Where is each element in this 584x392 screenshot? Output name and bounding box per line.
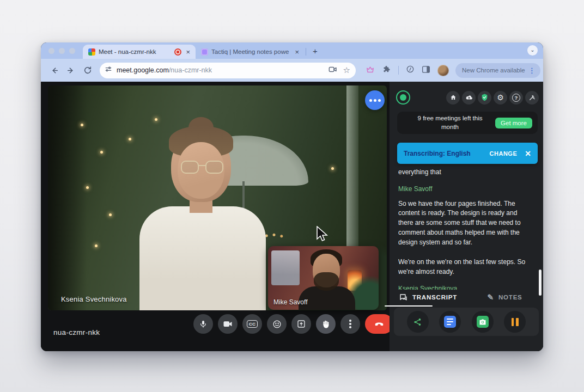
update-pill-label: New Chrome available: [462, 67, 525, 74]
close-tab-icon[interactable]: ×: [294, 48, 300, 56]
zoom-window-button[interactable]: [69, 48, 75, 54]
pause-icon: [512, 318, 519, 326]
screenshot-button[interactable]: [472, 311, 494, 333]
url-text[interactable]: meet.google.com/nua-czmr-nkk: [117, 66, 324, 74]
open-notes-doc-button[interactable]: [439, 311, 461, 333]
transcribing-banner: Transcribing: English CHANGE ✕: [397, 143, 538, 164]
transcript-text: We're on the we're on the last few steps…: [398, 258, 533, 277]
change-language-button[interactable]: CHANGE: [490, 150, 518, 157]
participant-name-label: Ksenia Svechnikova: [61, 295, 127, 303]
address-bar[interactable]: meet.google.com/nua-czmr-nkk ☆: [100, 63, 356, 78]
free-meetings-card: 9 free meetings left this month Get more: [397, 112, 538, 134]
raise-hand-button[interactable]: [316, 314, 336, 334]
microphone-button[interactable]: [193, 314, 213, 334]
settings-gear-icon[interactable]: ⚙: [494, 91, 507, 105]
pause-transcription-button[interactable]: [504, 311, 526, 333]
transcript-speaker: Mike Savoff: [398, 185, 533, 194]
transcript-text: So we have the four pages finished. The …: [398, 199, 533, 248]
tab-tactiq[interactable]: Tactiq | Meeting notes powe ×: [196, 45, 305, 59]
bookmark-star-icon[interactable]: ☆: [343, 65, 350, 75]
reactions-button[interactable]: [267, 314, 287, 334]
home-icon[interactable]: [446, 91, 460, 105]
recording-indicator-icon: [174, 48, 181, 56]
free-meetings-message: 9 free meetings left this month: [409, 114, 491, 131]
cloud-upload-icon[interactable]: [462, 91, 476, 105]
share-button[interactable]: [407, 311, 429, 333]
url-host: meet.google.com: [117, 66, 169, 74]
tactiq-chat-bubble-icon[interactable]: [365, 90, 385, 110]
tactiq-favicon-icon: [201, 48, 208, 56]
camera-button[interactable]: [218, 314, 238, 334]
transcript-text: everything that: [398, 168, 533, 177]
close-tab-icon[interactable]: ×: [185, 48, 191, 56]
pin-panel-icon[interactable]: [525, 91, 539, 105]
tab-title: Tactiq | Meeting notes powe: [211, 48, 290, 55]
tactiq-actions: [394, 308, 539, 336]
tab-strip: Meet - nua-czmr-nkk × Tactiq | Meeting n…: [41, 42, 543, 59]
meet-page: Ksenia Svechnikova Mike Savoff nua-czmr-…: [41, 82, 543, 351]
transcribing-language-label: Transcribing: English: [404, 150, 471, 157]
extensions-puzzle-icon[interactable]: [382, 65, 391, 76]
tactiq-extension-icon[interactable]: [366, 65, 375, 76]
tab-notes[interactable]: ✎ NOTES: [466, 290, 543, 305]
video-backdrop: [48, 85, 87, 310]
pencil-icon: ✎: [487, 293, 494, 302]
forward-button[interactable]: [66, 66, 76, 75]
chrome-update-pill[interactable]: New Chrome available ⋮: [455, 63, 540, 78]
help-icon[interactable]: ?: [509, 91, 523, 105]
tab-divider: [306, 48, 306, 56]
toolbar-divider: [398, 66, 399, 75]
mouse-cursor: [316, 226, 329, 246]
meeting-code-label: nua-czmr-nkk: [53, 328, 100, 336]
transcript-list[interactable]: everything that Mike Savoff So we have t…: [398, 168, 533, 290]
pip-video-tile[interactable]: Mike Savoff: [268, 246, 379, 310]
tab-search-chevron-icon[interactable]: ⌄: [527, 45, 538, 56]
present-screen-button[interactable]: [291, 314, 311, 334]
document-icon: [444, 316, 456, 328]
tab-transcript[interactable]: TRANSCRIPT: [390, 290, 466, 305]
glasses: [181, 161, 223, 175]
camera-icon: [477, 316, 489, 328]
close-window-button[interactable]: [48, 48, 54, 54]
profile-avatar[interactable]: [437, 65, 449, 76]
browsing-utility-icon[interactable]: [406, 65, 415, 76]
window-controls[interactable]: [48, 48, 75, 54]
tab-meet[interactable]: Meet - nua-czmr-nkk ×: [83, 45, 196, 59]
browser-menu-icon[interactable]: ⋮: [528, 66, 536, 75]
browser-window: Meet - nua-czmr-nkk × Tactiq | Meeting n…: [41, 42, 543, 351]
back-button[interactable]: [50, 66, 59, 75]
camera-in-use-icon[interactable]: [328, 65, 337, 75]
meet-favicon-icon: [88, 48, 95, 56]
reload-button[interactable]: [83, 66, 92, 75]
tactiq-panel: ⚙ ? 9 free meetings left this month Get …: [390, 82, 543, 351]
browser-toolbar: meet.google.com/nua-czmr-nkk ☆ New Chrom…: [41, 59, 543, 82]
tactiq-record-logo-icon: [396, 90, 410, 105]
captions-button[interactable]: CC: [242, 314, 262, 334]
pip-name-label: Mike Savoff: [273, 298, 307, 306]
tactiq-header: ⚙ ?: [396, 89, 539, 106]
transcript-speaker: Ksenia Svechnikova: [398, 284, 533, 290]
tab-notes-label: NOTES: [498, 294, 522, 301]
new-tab-button[interactable]: +: [313, 46, 318, 56]
close-banner-icon[interactable]: ✕: [525, 149, 531, 158]
minimize-window-button[interactable]: [59, 48, 65, 54]
privacy-shield-icon[interactable]: [478, 91, 491, 105]
side-panel-icon[interactable]: [422, 65, 430, 76]
site-settings-icon[interactable]: [105, 65, 112, 75]
tab-transcript-label: TRANSCRIPT: [412, 294, 457, 301]
tactiq-tabs: TRANSCRIPT ✎ NOTES: [390, 290, 543, 305]
get-more-button[interactable]: Get more: [495, 118, 532, 128]
tab-title: Meet - nua-czmr-nkk: [99, 48, 171, 55]
desktop-background: Meet - nua-czmr-nkk × Tactiq | Meeting n…: [0, 0, 584, 392]
more-options-button[interactable]: [340, 314, 360, 334]
extensions-row: [366, 65, 449, 76]
url-path: /nua-czmr-nkk: [169, 66, 212, 74]
